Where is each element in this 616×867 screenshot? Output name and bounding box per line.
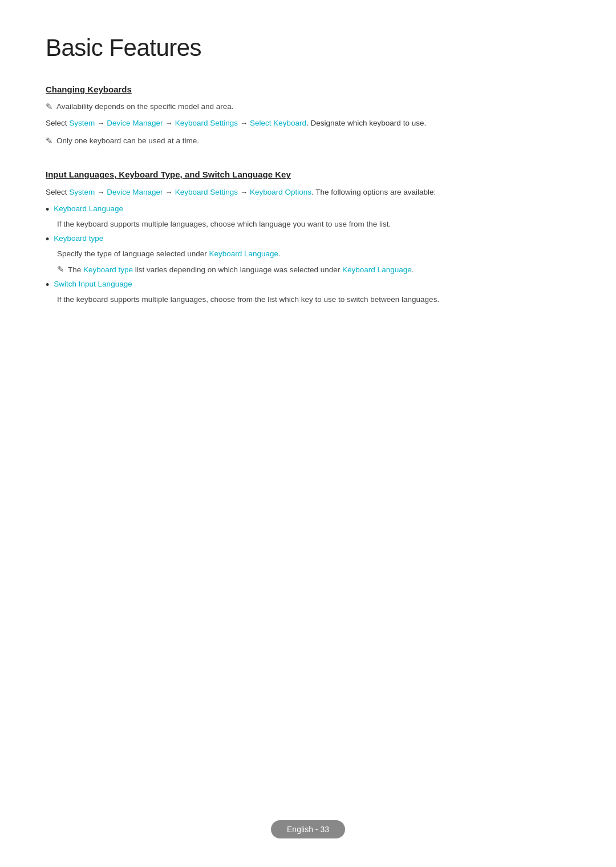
section2-select-prefix: Select [46, 188, 69, 196]
section2-arrow3: → [238, 188, 250, 196]
section1-link-keyboard-settings[interactable]: Keyboard Settings [175, 119, 238, 127]
keyboard-type-desc-prefix: Specify the type of language selected un… [57, 249, 209, 258]
bullet-list: • Keyboard Language If the keyboard supp… [46, 204, 570, 306]
keyboard-type-desc-link[interactable]: Keyboard Language [209, 249, 278, 258]
section1-note1-text: Availability depends on the specific mod… [56, 101, 233, 112]
section1-arrow1: → [95, 119, 107, 127]
section2-link-system[interactable]: System [69, 188, 95, 196]
page-container: Basic Features Changing Keyboards ✎ Avai… [0, 0, 616, 384]
sub-note-link1[interactable]: Keyboard type [83, 265, 133, 274]
section1-select-prefix: Select [46, 119, 69, 127]
section2-arrow2: → [163, 188, 175, 196]
bullet-link-keyboard-language[interactable]: Keyboard Language [54, 204, 123, 213]
section1-arrow2: → [163, 119, 175, 127]
sub-note-middle: list varies depending on which language … [133, 265, 342, 274]
sub-note-icon: ✎ [57, 264, 64, 275]
bullet-item-switch-input-language: • Switch Input Language If the keyboard … [46, 280, 570, 306]
bullet-dot-2: • [46, 233, 49, 246]
section2-link-device-manager[interactable]: Device Manager [107, 188, 163, 196]
keyboard-type-sub-note: ✎ The Keyboard type list varies dependin… [57, 264, 570, 276]
bullet-desc-keyboard-type: Specify the type of language selected un… [57, 248, 570, 260]
section1-select-suffix: . Designate which keyboard to use. [306, 119, 426, 127]
note-icon-2: ✎ [46, 136, 53, 146]
bullet-desc-keyboard-language: If the keyboard supports multiple langua… [57, 218, 570, 231]
sub-note-prefix: The [68, 265, 83, 274]
section1-arrow3: → [238, 119, 250, 127]
bullet-dot-1: • [46, 204, 49, 216]
bullet-dot-3: • [46, 279, 49, 292]
keyboard-type-desc-suffix: . [278, 249, 281, 258]
sub-note-link2[interactable]: Keyboard Language [342, 265, 412, 274]
bullet-link-keyboard-type[interactable]: Keyboard type [54, 234, 103, 243]
section1-heading: Changing Keyboards [46, 84, 570, 94]
section2-arrow1: → [95, 188, 107, 196]
section2-select-suffix: . The following options are available: [311, 188, 436, 196]
section1-note2: ✎ Only one keyboard can be used at a tim… [46, 135, 570, 147]
sub-note-text: The Keyboard type list varies depending … [68, 264, 414, 276]
bullet-item-keyboard-type: • Keyboard type Specify the type of lang… [46, 234, 570, 276]
bullet-item-keyboard-language: • Keyboard Language If the keyboard supp… [46, 204, 570, 231]
section2-heading: Input Languages, Keyboard Type, and Swit… [46, 170, 570, 179]
bullet-link-switch-input-language[interactable]: Switch Input Language [54, 280, 132, 288]
section1-link-device-manager[interactable]: Device Manager [107, 119, 163, 127]
section-changing-keyboards: Changing Keyboards ✎ Availability depend… [46, 84, 570, 147]
section2-select-line: Select System → Device Manager → Keyboar… [46, 186, 570, 199]
section1-note2-text: Only one keyboard can be used at a time. [56, 135, 199, 147]
section1-link-select-keyboard[interactable]: Select Keyboard [250, 119, 306, 127]
bullet-desc-switch-input-language: If the keyboard supports multiple langua… [57, 293, 570, 306]
section2-link-keyboard-options[interactable]: Keyboard Options [250, 188, 311, 196]
page-footer: English - 33 [271, 820, 345, 838]
section1-select-line: Select System → Device Manager → Keyboar… [46, 117, 570, 130]
sub-note-suffix: . [412, 265, 414, 274]
section-input-languages: Input Languages, Keyboard Type, and Swit… [46, 170, 570, 306]
note-icon-1: ✎ [46, 102, 53, 112]
section1-link-system[interactable]: System [69, 119, 95, 127]
section1-note1: ✎ Availability depends on the specific m… [46, 101, 570, 112]
section2-link-keyboard-settings[interactable]: Keyboard Settings [175, 188, 238, 196]
page-title: Basic Features [46, 34, 570, 62]
